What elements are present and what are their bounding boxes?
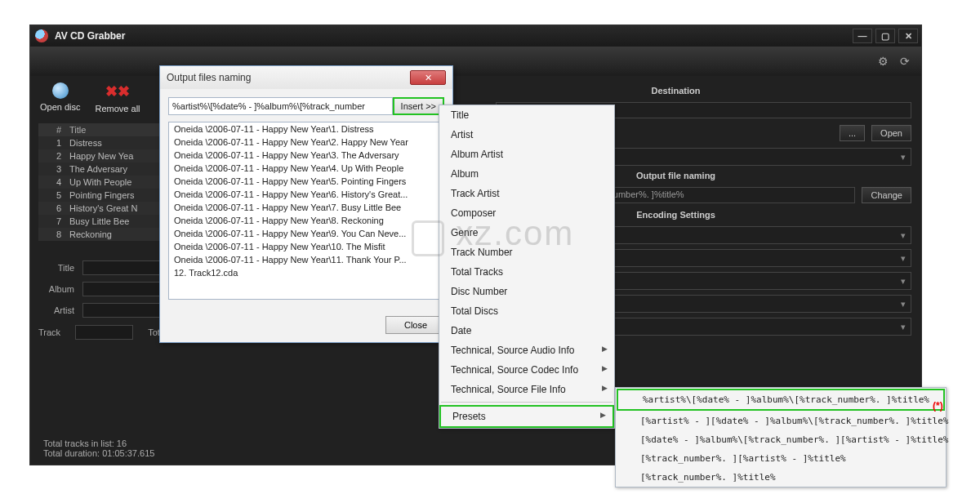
menu-genre[interactable]: Genre: [439, 223, 614, 243]
menu-artist[interactable]: Artist: [439, 125, 614, 145]
open-folder-button[interactable]: Open: [871, 125, 911, 141]
naming-dialog: Output files naming ✕ Insert >> Oneida \…: [159, 65, 453, 343]
preset-item[interactable]: [%track_number%. ]%title%: [616, 468, 946, 487]
list-item[interactable]: 12. Track12.cda: [169, 266, 443, 279]
menu-album-artist[interactable]: Album Artist: [439, 145, 614, 164]
menu-tech-audio[interactable]: Technical, Source Audio Info: [439, 341, 614, 360]
col-num[interactable]: #: [38, 123, 66, 136]
track-field[interactable]: [75, 325, 133, 340]
open-disc-button[interactable]: Open disc: [40, 82, 81, 114]
close-button[interactable]: ✕: [898, 29, 918, 43]
annotation-star: (*): [933, 400, 980, 412]
preview-list[interactable]: Oneida \2006-07-11 - Happy New Year\1. D…: [168, 122, 444, 300]
remove-icon: ✖✖: [105, 82, 130, 100]
open-disc-label: Open disc: [40, 102, 81, 112]
chevron-down-icon: ▾: [901, 152, 906, 162]
preset-item[interactable]: [%artist% - ][%date% - ]%album%\[%track_…: [616, 412, 946, 430]
title-label: Title: [38, 263, 74, 273]
album-label: Album: [38, 284, 74, 294]
menu-track-artist[interactable]: Track Artist: [439, 184, 614, 203]
insert-button[interactable]: Insert >>: [393, 97, 444, 115]
presets-submenu: %artist%\[%date% - ]%album%\[%track_numb…: [615, 387, 947, 487]
chevron-down-icon: ▾: [901, 299, 906, 309]
preset-item[interactable]: [%date% - ]%album%\[%track_number%. ][%a…: [616, 430, 946, 449]
chevron-down-icon: ▾: [901, 322, 906, 332]
dialog-close[interactable]: Close: [385, 316, 446, 334]
chevron-down-icon: ▾: [901, 253, 906, 264]
preset-item[interactable]: [%track_number%. ][%artist% - ]%title%: [616, 449, 946, 468]
chevron-down-icon: ▾: [901, 276, 906, 287]
list-item[interactable]: Oneida \2006-07-11 - Happy New Year\6. H…: [169, 188, 443, 201]
list-item[interactable]: Oneida \2006-07-11 - Happy New Year\4. U…: [169, 162, 443, 175]
total-duration: Total duration: 01:05:37.615: [43, 448, 154, 458]
pattern-input[interactable]: [168, 97, 393, 115]
menu-separator: [441, 402, 612, 403]
list-item[interactable]: Oneida \2006-07-11 - Happy New Year\8. R…: [169, 214, 443, 227]
destination-title: Destination: [440, 86, 911, 96]
preset-item[interactable]: %artist%\[%date% - ]%album%\[%track_numb…: [617, 389, 945, 411]
menu-composer[interactable]: Composer: [439, 203, 614, 223]
app-logo-icon: [35, 29, 48, 42]
menu-total-tracks[interactable]: Total Tracks: [439, 262, 614, 282]
track-label: Track: [38, 327, 60, 337]
refresh-icon[interactable]: ⟳: [900, 55, 910, 68]
menu-track-number[interactable]: Track Number: [439, 243, 614, 262]
maximize-button[interactable]: ▢: [875, 29, 895, 43]
browse-button[interactable]: ...: [840, 125, 865, 141]
list-item[interactable]: Oneida \2006-07-11 - Happy New Year\3. T…: [169, 149, 443, 162]
list-item[interactable]: Oneida \2006-07-11 - Happy New Year\7. B…: [169, 201, 443, 214]
disc-icon: [52, 82, 69, 99]
status-footer: Total tracks in list: 16 Total duration:…: [43, 438, 154, 458]
artist-label: Artist: [38, 305, 74, 315]
menu-date[interactable]: Date: [439, 321, 614, 341]
menu-tech-file[interactable]: Technical, Source File Info: [439, 380, 614, 399]
remove-all-button[interactable]: ✖✖ Remove all: [96, 82, 140, 114]
menu-title[interactable]: Title: [439, 105, 614, 125]
remove-all-label: Remove all: [96, 104, 140, 114]
dialog-close-button[interactable]: ✕: [410, 70, 446, 85]
titlebar: AV CD Grabber — ▢ ✕: [30, 25, 921, 47]
list-item[interactable]: Oneida \2006-07-11 - Happy New Year\1. D…: [169, 122, 443, 136]
list-item[interactable]: Oneida \2006-07-11 - Happy New Year\11. …: [169, 253, 443, 266]
list-item[interactable]: Oneida \2006-07-11 - Happy New Year\9. Y…: [169, 227, 443, 240]
gear-icon[interactable]: ⚙: [878, 55, 889, 68]
insert-menu: Title Artist Album Artist Album Track Ar…: [439, 105, 615, 429]
minimize-button[interactable]: —: [853, 29, 872, 43]
menu-total-discs[interactable]: Total Discs: [439, 301, 614, 321]
change-button[interactable]: Change: [862, 187, 911, 203]
menu-tech-codec[interactable]: Technical, Source Codec Info: [439, 360, 614, 380]
list-item[interactable]: Oneida \2006-07-11 - Happy New Year\5. P…: [169, 175, 443, 188]
dialog-title: Output files naming: [167, 72, 251, 83]
total-tracks: Total tracks in list: 16: [43, 438, 154, 448]
menu-disc-number[interactable]: Disc Number: [439, 282, 614, 301]
list-item[interactable]: Oneida \2006-07-11 - Happy New Year\10. …: [169, 240, 443, 253]
menu-album[interactable]: Album: [439, 164, 614, 184]
menu-presets[interactable]: Presets: [439, 405, 614, 428]
chevron-down-icon: ▾: [901, 230, 906, 241]
list-item[interactable]: Oneida \2006-07-11 - Happy New Year\2. H…: [169, 136, 443, 149]
window-title: AV CD Grabber: [55, 30, 125, 42]
